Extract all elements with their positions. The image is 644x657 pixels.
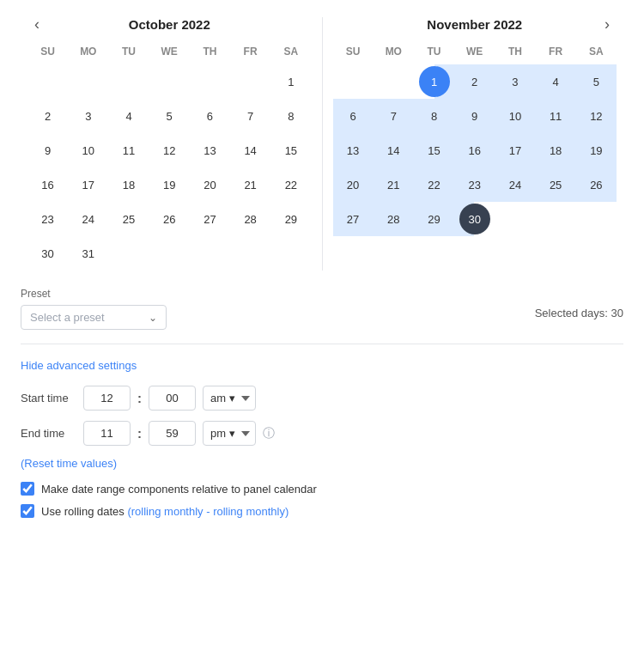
table-row[interactable]: 1 [414,64,454,99]
table-row[interactable]: 6 [190,99,230,133]
table-row[interactable]: 12 [576,99,617,133]
table-row [108,236,149,271]
table-row[interactable]: 30 [454,202,495,236]
table-row[interactable]: 21 [230,167,270,202]
calendar-picker: ‹ October 2022 SU MO TU WE TH FR SA [21,17,623,518]
table-row [190,236,230,271]
table-row[interactable]: 31 [68,236,108,271]
table-row[interactable]: 18 [108,167,149,202]
preset-section: Preset Select a preset ⌄ Selected days: … [21,288,623,330]
table-row[interactable]: 25 [108,202,149,236]
rolling-checkbox[interactable] [21,504,34,518]
day-header-mo: MO [68,42,108,64]
in-range-cell: 14 [374,135,414,166]
table-row[interactable]: 23 [27,202,68,236]
start-hour-input[interactable] [83,386,131,411]
table-row[interactable]: 29 [414,202,454,236]
table-row[interactable]: 3 [68,99,108,133]
preset-label: Preset [21,288,167,300]
table-row[interactable]: 24 [68,202,108,236]
table-row [108,64,149,99]
table-row[interactable]: 11 [108,133,149,167]
nov-day-header-th: TH [495,42,535,64]
table-row[interactable]: 1 [270,64,311,99]
table-row[interactable]: 8 [270,99,311,133]
nov-day-header-sa: SA [576,42,617,64]
table-row[interactable]: 26 [576,167,617,202]
table-row[interactable]: 25 [536,167,576,202]
table-row [149,64,190,99]
table-row[interactable]: 14 [374,133,414,167]
table-row[interactable]: 9 [27,133,68,167]
table-row[interactable]: 7 [374,99,414,133]
table-row[interactable]: 9 [454,99,495,133]
table-row[interactable]: 13 [190,133,230,167]
table-row[interactable]: 19 [576,133,617,167]
table-row[interactable]: 4 [108,99,149,133]
day-cell: 30 [33,238,64,269]
preset-container: Preset Select a preset ⌄ [21,288,167,330]
table-row[interactable]: 22 [414,167,454,202]
table-row[interactable]: 5 [149,99,190,133]
day-cell: 14 [235,135,266,166]
next-month-button[interactable]: › [598,12,617,37]
table-row[interactable]: 16 [27,167,68,202]
in-range-cell: 10 [495,100,535,131]
end-period-select[interactable]: am ▾ pm ▾ [203,421,256,446]
preset-dropdown[interactable]: Select a preset ⌄ [21,305,167,330]
table-row[interactable]: 5 [576,64,617,99]
table-row[interactable]: 27 [333,202,374,236]
day-header-we: WE [149,42,190,64]
relative-checkbox-row: Make date range components relative to p… [21,482,623,496]
table-row[interactable]: 23 [454,167,495,202]
table-row[interactable]: 20 [333,167,374,202]
table-row[interactable]: 19 [149,167,190,202]
table-row[interactable]: 10 [495,99,535,133]
reset-time-link[interactable]: (Reset time values) [21,457,117,470]
table-row[interactable]: 15 [270,133,311,167]
table-row[interactable]: 10 [68,133,108,167]
table-row[interactable]: 28 [374,202,414,236]
prev-month-button[interactable]: ‹ [27,12,46,37]
table-row[interactable]: 17 [68,167,108,202]
table-row[interactable]: 12 [149,133,190,167]
table-row[interactable]: 3 [495,64,535,99]
start-period-select[interactable]: am ▾ pm ▾ [203,386,256,411]
table-row[interactable]: 21 [374,167,414,202]
table-row[interactable]: 2 [27,99,68,133]
table-row[interactable]: 15 [414,133,454,167]
hide-advanced-settings-link[interactable]: Hide advanced settings [21,359,137,372]
table-row[interactable]: 14 [230,133,270,167]
table-row[interactable]: 17 [495,133,535,167]
selected-end-cell: 30 [459,204,490,234]
relative-checkbox[interactable] [21,482,34,496]
table-row[interactable]: 8 [414,99,454,133]
end-time-label: End time [21,427,76,440]
table-row[interactable]: 27 [190,202,230,236]
table-row[interactable]: 22 [270,167,311,202]
day-cell: 12 [154,135,185,166]
start-minute-input[interactable] [149,386,196,411]
table-row[interactable]: 16 [454,133,495,167]
table-row[interactable]: 11 [536,99,576,133]
table-row[interactable]: 28 [230,202,270,236]
info-icon[interactable]: ⓘ [263,426,275,441]
table-row[interactable]: 20 [190,167,230,202]
table-row[interactable]: 6 [333,99,374,133]
day-header-su: SU [27,42,68,64]
table-row[interactable]: 24 [495,167,535,202]
table-row[interactable]: 26 [149,202,190,236]
day-cell: 31 [73,238,104,269]
table-row[interactable]: 2 [454,64,495,99]
end-minute-input[interactable] [149,421,196,446]
table-row[interactable]: 29 [270,202,311,236]
table-row[interactable]: 18 [536,133,576,167]
dual-calendar: ‹ October 2022 SU MO TU WE TH FR SA [21,17,623,271]
in-range-cell: 19 [576,135,617,166]
table-row[interactable]: 30 [27,236,68,271]
in-range-cell: 21 [374,169,414,200]
table-row[interactable]: 7 [230,99,270,133]
table-row[interactable]: 4 [536,64,576,99]
end-hour-input[interactable] [83,421,131,446]
table-row[interactable]: 13 [333,133,374,167]
